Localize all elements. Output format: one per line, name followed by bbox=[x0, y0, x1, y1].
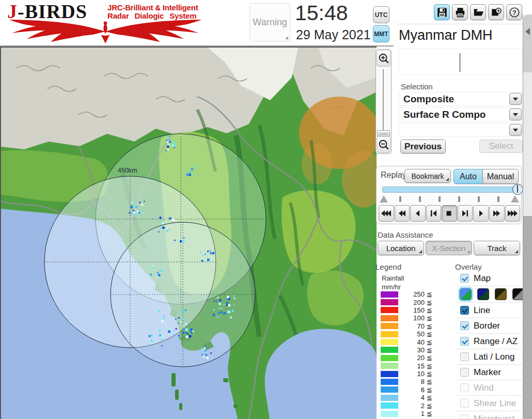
chevron-down-icon bbox=[513, 129, 518, 132]
dropdown-product-type[interactable]: Surface R Compo bbox=[399, 107, 523, 121]
fast-rewind-button[interactable] bbox=[379, 205, 394, 222]
legend-value: 4 bbox=[403, 394, 425, 401]
play-reverse-icon bbox=[412, 209, 423, 218]
overlay-item-label: Border bbox=[474, 321, 500, 331]
zoom-out-button[interactable] bbox=[377, 136, 390, 153]
legend-color-chip bbox=[381, 371, 398, 377]
step-forward-icon bbox=[460, 209, 471, 218]
track-button[interactable]: Track bbox=[474, 241, 520, 255]
overlay-item-label: Map bbox=[474, 273, 491, 284]
collapse-left-arrow-icon[interactable] bbox=[525, 28, 530, 35]
replay-panel: Replay Bookmark Auto Manual bbox=[376, 166, 522, 224]
skip-forward-button[interactable] bbox=[505, 205, 521, 222]
map-style-swatches bbox=[457, 286, 522, 302]
legend-color-chip bbox=[381, 315, 398, 321]
play-reverse-button[interactable] bbox=[410, 205, 426, 222]
overlay-checkbox-map[interactable] bbox=[460, 274, 469, 283]
dropdown-arrow-button[interactable] bbox=[509, 108, 522, 120]
lte-symbol: ≦ bbox=[427, 386, 432, 394]
legend-rows: 250≦200≦150≦100≦70≦50≦40≦30≦20≦15≦10≦8≦6… bbox=[375, 290, 437, 417]
fast-rewind-icon bbox=[381, 209, 392, 218]
legend-row: 30≦ bbox=[375, 346, 437, 354]
previous-button[interactable]: Previous bbox=[400, 139, 446, 153]
site-title: Myanmar DMH bbox=[399, 27, 493, 43]
overlay-item-label: Microburst bbox=[474, 414, 514, 419]
replay-slider-track[interactable] bbox=[382, 187, 518, 193]
radar-map[interactable]: 450km bbox=[0, 46, 377, 419]
timezone-toggle: UTC MMT bbox=[373, 6, 389, 44]
edge-strip-middle bbox=[523, 72, 532, 216]
overlay-row: Shear Line bbox=[457, 395, 522, 411]
legend-row: 6≦ bbox=[375, 386, 437, 394]
auto-mode-button[interactable]: Auto bbox=[453, 169, 483, 184]
dropdown-product-option[interactable] bbox=[399, 123, 523, 137]
dropdown-value: Composite bbox=[403, 94, 454, 105]
print-button[interactable] bbox=[452, 4, 468, 20]
legend-row: 2≦ bbox=[375, 401, 437, 409]
step-backward-button[interactable] bbox=[426, 205, 442, 222]
dropdown-arrow-button[interactable] bbox=[509, 124, 522, 136]
toolbar-divider bbox=[396, 24, 523, 24]
ruler-tick bbox=[497, 196, 499, 202]
map-style-dark-olive[interactable] bbox=[495, 288, 507, 300]
print-icon bbox=[455, 7, 466, 18]
legend-title-rainfall: Rainfall bbox=[382, 274, 404, 282]
legend-color-chip bbox=[381, 291, 398, 298]
x-section-button[interactable]: X-Section bbox=[426, 241, 472, 255]
lte-symbol: ≦ bbox=[427, 410, 432, 417]
overlay-item-label: Marker bbox=[474, 367, 501, 378]
rewind-button[interactable] bbox=[395, 205, 410, 222]
range-start-marker[interactable] bbox=[380, 195, 388, 203]
lte-symbol: ≦ bbox=[427, 314, 432, 322]
zoom-in-button[interactable] bbox=[377, 50, 390, 67]
lte-symbol: ≦ bbox=[427, 338, 432, 346]
open-folder-button[interactable] bbox=[470, 4, 486, 20]
utc-button[interactable]: UTC bbox=[373, 6, 389, 23]
chevron-down-icon bbox=[513, 113, 518, 116]
legend-row: 200≦ bbox=[375, 298, 437, 306]
edge-strip-top bbox=[523, 14, 532, 72]
replay-ruler bbox=[380, 195, 519, 203]
zoom-in-magnifier-icon bbox=[378, 53, 389, 64]
stop-button[interactable] bbox=[442, 205, 457, 222]
overlay-checkbox-border[interactable] bbox=[460, 321, 469, 330]
manual-mode-button[interactable]: Manual bbox=[482, 169, 519, 184]
play-button[interactable] bbox=[473, 205, 489, 222]
legend-value: 50 bbox=[403, 330, 425, 338]
location-button[interactable]: Location bbox=[378, 241, 424, 255]
legend-row: 70≦ bbox=[375, 322, 437, 330]
map-style-blue-green[interactable] bbox=[460, 288, 472, 300]
overlay-checkbox-line[interactable] bbox=[460, 306, 469, 315]
toolbar: ? bbox=[434, 4, 522, 20]
overlay-checkbox-range-az[interactable] bbox=[460, 337, 469, 346]
replay-slider-handle[interactable] bbox=[512, 184, 523, 195]
select-button[interactable]: Select bbox=[479, 139, 523, 153]
overlay-checkbox-marker[interactable] bbox=[460, 368, 469, 377]
legend-value: 8 bbox=[403, 378, 425, 385]
bookmark-button[interactable]: Bookmark bbox=[404, 169, 451, 183]
lte-symbol: ≦ bbox=[427, 402, 432, 410]
overlay-checkbox-shear-line bbox=[460, 399, 469, 408]
warning-button[interactable]: Warning bbox=[249, 3, 290, 41]
step-forward-button[interactable] bbox=[458, 205, 473, 222]
mmt-button[interactable]: MMT bbox=[373, 25, 389, 42]
overlay-row: Line bbox=[457, 302, 522, 318]
help-button[interactable]: ? bbox=[506, 4, 522, 20]
map-style-navy-darkgreen[interactable] bbox=[477, 288, 489, 300]
zoom-slider-track[interactable] bbox=[383, 69, 384, 132]
legend-color-chip bbox=[381, 411, 398, 417]
ruler-tick bbox=[439, 196, 441, 202]
add-image-button[interactable] bbox=[488, 4, 504, 20]
lte-symbol: ≦ bbox=[427, 370, 432, 378]
legend-value: 200 bbox=[403, 299, 425, 306]
map-zoom-control bbox=[375, 49, 392, 154]
range-end-marker[interactable] bbox=[511, 195, 519, 203]
dropdown-product-category[interactable]: Composite bbox=[399, 92, 523, 106]
fast-forward-button[interactable] bbox=[489, 205, 505, 222]
save-button[interactable] bbox=[434, 4, 450, 20]
legend-color-chip bbox=[381, 402, 398, 409]
clock-time: 15:48 bbox=[295, 1, 348, 25]
overlay-checkbox-lati-long[interactable] bbox=[460, 352, 469, 361]
replay-label: Replay bbox=[381, 170, 406, 180]
dropdown-arrow-button[interactable] bbox=[509, 93, 522, 105]
